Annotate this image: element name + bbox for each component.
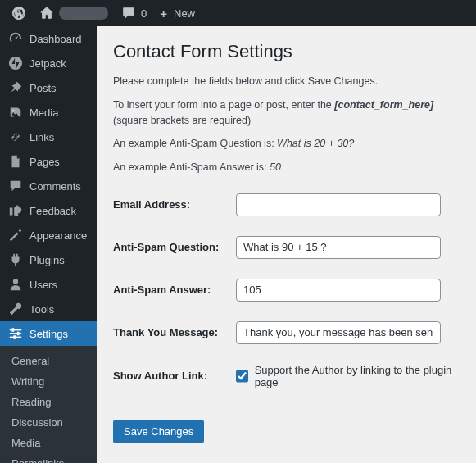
- site-name-pill: [59, 7, 108, 20]
- thankyou-input[interactable]: [236, 321, 441, 344]
- home-icon: [39, 6, 54, 20]
- authorlink-checkbox[interactable]: [236, 370, 248, 383]
- dashboard-icon: [8, 31, 23, 46]
- wordpress-icon: [11, 6, 26, 20]
- svg-rect-3: [10, 329, 21, 331]
- sidebar-item-label: Plugins: [29, 254, 65, 266]
- submenu-writing[interactable]: Writing: [0, 371, 97, 392]
- links-icon: [8, 129, 23, 144]
- sidebar-item-label: Media: [29, 107, 58, 119]
- submenu-general[interactable]: General: [0, 351, 97, 371]
- authorlink-row[interactable]: Support the Author by linking to the plu…: [236, 364, 460, 388]
- sidebar-item-label: Settings: [29, 328, 68, 340]
- new-content[interactable]: + New: [153, 0, 202, 26]
- site-home[interactable]: [33, 0, 115, 26]
- authorlink-label: Show Author Link:: [113, 354, 236, 398]
- authorlink-checkbox-label: Support the Author by linking to the plu…: [255, 364, 460, 388]
- insert-shortcode: [contact_form_here]: [334, 99, 433, 111]
- sidebar-item-appearance[interactable]: Appearance: [0, 223, 97, 247]
- wp-logo[interactable]: [5, 0, 33, 26]
- pages-icon: [8, 154, 23, 169]
- sidebar-item-label: Jetpack: [29, 57, 66, 70]
- sidebar-item-label: Appearance: [29, 229, 87, 242]
- plugins-icon: [8, 252, 23, 267]
- sidebar-item-users[interactable]: Users: [0, 272, 97, 297]
- sidebar-item-settings[interactable]: Settings: [0, 321, 97, 346]
- example-answer-text: An example Anti-Spam Answer is: 50: [113, 160, 460, 175]
- comments-count: 0: [141, 7, 147, 20]
- sidebar-item-media[interactable]: Media: [0, 100, 97, 125]
- comments-link[interactable]: 0: [115, 0, 153, 26]
- insert-text: To insert your form into a page or post,…: [113, 98, 460, 129]
- sidebar-item-comments[interactable]: Comments: [0, 174, 97, 198]
- pin-icon: [8, 80, 23, 95]
- insert-prefix: To insert your form into a page or post,…: [113, 99, 334, 111]
- sidebar-item-jetpack[interactable]: Jetpack: [0, 51, 97, 75]
- answer-input[interactable]: [236, 279, 441, 302]
- settings-submenu: General Writing Reading Discussion Media…: [0, 346, 97, 463]
- users-icon: [8, 277, 23, 292]
- sidebar-item-label: Feedback: [29, 205, 76, 217]
- sidebar-item-label: Dashboard: [29, 33, 82, 45]
- sidebar-item-tools[interactable]: Tools: [0, 297, 97, 321]
- intro-text: Please complete the fields below and cli…: [113, 74, 460, 89]
- admin-sidebar: Dashboard Jetpack Posts Media Links Page…: [0, 26, 97, 463]
- jetpack-icon: [8, 56, 23, 70]
- feedback-icon: [8, 203, 23, 218]
- svg-rect-8: [13, 335, 16, 339]
- submenu-discussion[interactable]: Discussion: [0, 412, 97, 433]
- settings-form: Email Address: Anti-Spam Question: Anti-…: [113, 184, 460, 398]
- svg-rect-4: [10, 333, 21, 334]
- thankyou-label: Thank You Message:: [113, 311, 236, 354]
- new-label: New: [174, 7, 195, 20]
- example-a-prefix: An example Anti-Spam Answer is:: [113, 161, 270, 173]
- sidebar-item-dashboard[interactable]: Dashboard: [0, 26, 97, 51]
- admin-bar: 0 + New: [0, 0, 476, 26]
- sidebar-item-pages[interactable]: Pages: [0, 149, 97, 174]
- svg-point-1: [12, 110, 15, 112]
- sidebar-item-plugins[interactable]: Plugins: [0, 247, 97, 272]
- sidebar-item-label: Links: [29, 131, 54, 143]
- example-a-value: 50: [270, 161, 281, 173]
- settings-icon: [8, 326, 23, 341]
- comments-icon: [8, 179, 23, 193]
- question-input[interactable]: [236, 236, 441, 259]
- appearance-icon: [8, 228, 23, 243]
- submenu-reading[interactable]: Reading: [0, 392, 97, 412]
- sidebar-item-links[interactable]: Links: [0, 125, 97, 149]
- question-label: Anti-Spam Question:: [113, 226, 236, 269]
- email-label: Email Address:: [113, 184, 236, 226]
- example-question-text: An example Anti-Spam Question is: What i…: [113, 136, 460, 152]
- comment-icon: [121, 6, 136, 20]
- main-content: Contact Form Settings Please complete th…: [97, 26, 476, 463]
- sidebar-item-label: Posts: [29, 82, 57, 94]
- save-button[interactable]: Save Changes: [113, 420, 204, 443]
- sidebar-item-label: Users: [29, 279, 57, 291]
- answer-label: Anti-Spam Answer:: [113, 269, 236, 311]
- sidebar-item-label: Comments: [29, 180, 81, 193]
- media-icon: [8, 105, 23, 120]
- insert-suffix: (square brackets are required): [113, 115, 251, 126]
- tools-icon: [8, 302, 23, 316]
- submenu-permalinks[interactable]: Permalinks: [0, 453, 97, 463]
- sidebar-item-label: Tools: [29, 303, 54, 315]
- example-q-prefix: An example Anti-Spam Question is:: [113, 138, 277, 149]
- svg-rect-7: [17, 332, 20, 336]
- submenu-media[interactable]: Media: [0, 433, 97, 453]
- page-title: Contact Form Settings: [113, 41, 460, 62]
- svg-rect-6: [12, 328, 15, 332]
- sidebar-item-posts[interactable]: Posts: [0, 75, 97, 100]
- plus-icon: +: [160, 7, 167, 20]
- svg-point-2: [13, 279, 18, 284]
- svg-point-0: [9, 57, 22, 70]
- sidebar-item-label: Pages: [29, 156, 60, 168]
- sidebar-item-feedback[interactable]: Feedback: [0, 198, 97, 223]
- example-q-value: What is 20 + 30?: [277, 138, 354, 149]
- email-input[interactable]: [236, 193, 441, 216]
